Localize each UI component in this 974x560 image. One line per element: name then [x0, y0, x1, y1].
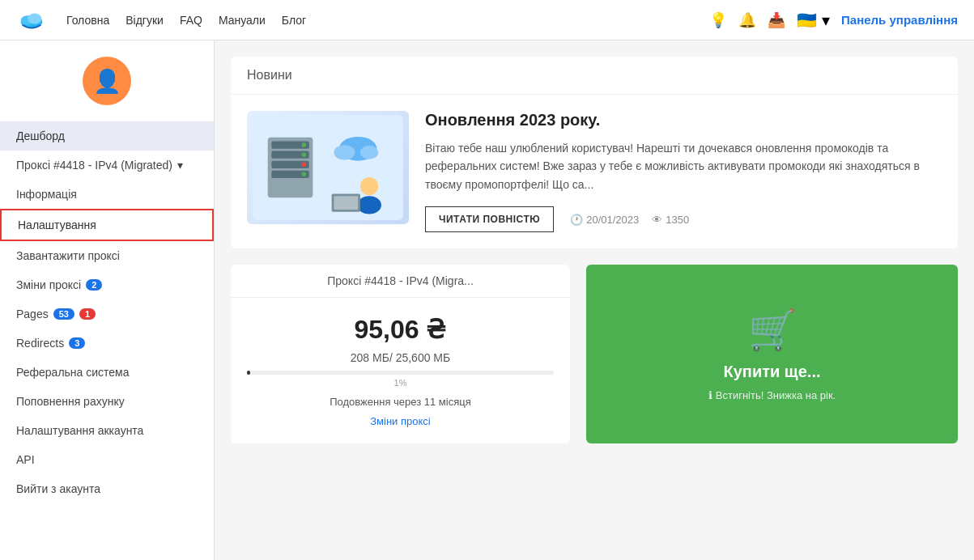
sidebar-item-info[interactable]: Інформація — [0, 180, 214, 209]
news-header: Новини — [231, 57, 958, 95]
sidebar-item-change[interactable]: Зміни проксі 2 — [0, 270, 214, 299]
change-label: Зміни проксі — [16, 278, 81, 291]
buy-note-text: Встигніть! Знижка на рік. — [716, 389, 836, 401]
read-more-button[interactable]: ЧИТАТИ ПОВНІСТЮ — [425, 206, 554, 232]
buy-note: ℹ Встигніть! Знижка на рік. — [708, 389, 836, 401]
sidebar-item-download[interactable]: Завантажити проксі — [0, 241, 214, 270]
proxy-card: Проксі #4418 - IPv4 (Migra... 95,06 ₴ 20… — [231, 265, 570, 443]
news-illustration — [247, 111, 409, 224]
sidebar-item-pages[interactable]: Pages 53 1 — [0, 299, 214, 329]
bottom-row: Проксі #4418 - IPv4 (Migra... 95,06 ₴ 20… — [231, 265, 958, 443]
svg-point-11 — [302, 163, 307, 168]
dashboard-label: Дешборд — [16, 129, 65, 142]
sidebar: 👤 Дешборд Проксі #4418 - IPv4 (Migrated)… — [0, 40, 215, 560]
news-card-title: Оновлення 2023 року. — [425, 111, 942, 129]
cart-icon: 🛒 — [748, 308, 797, 353]
sidebar-item-settings[interactable]: Налаштування — [0, 209, 214, 241]
news-meta: 🕐 20/01/2023 👁 1350 — [570, 214, 689, 226]
logo[interactable] — [16, 5, 47, 36]
change-badge: 2 — [86, 279, 102, 291]
panel-link[interactable]: Панель управління — [841, 13, 958, 27]
nav-home[interactable]: Головна — [66, 14, 109, 27]
clock-icon: 🕐 — [570, 214, 583, 226]
logout-label: Вийти з акаунта — [16, 482, 100, 495]
nav-right-section: 💡 🔔 📥 🇺🇦 ▾ Панель управління — [709, 11, 958, 30]
bell-icon[interactable]: 🔔 — [738, 11, 756, 29]
news-views: 👁 1350 — [652, 214, 689, 226]
sidebar-item-redirects[interactable]: Redirects 3 — [0, 329, 214, 358]
svg-point-16 — [360, 177, 378, 195]
proxy-card-title: Проксі #4418 - IPv4 (Migra... — [327, 274, 474, 287]
sidebar-item-account-settings[interactable]: Налаштування аккаунта — [0, 416, 214, 445]
redirects-badge: 3 — [69, 337, 85, 349]
news-section: Новини — [231, 57, 958, 248]
nav-faq[interactable]: FAQ — [180, 14, 202, 27]
settings-label: Налаштування — [18, 218, 96, 231]
nav-reviews[interactable]: Відгуки — [125, 14, 164, 27]
sidebar-avatar-section: 👤 — [0, 57, 214, 105]
svg-point-10 — [302, 152, 307, 157]
sidebar-item-proxy[interactable]: Проксі #4418 - IPv4 (Migrated) ▾ — [0, 151, 214, 180]
eye-icon: 👁 — [652, 214, 662, 226]
svg-point-2 — [28, 13, 41, 23]
download-label: Завантажити проксі — [16, 249, 120, 262]
svg-point-9 — [302, 142, 307, 147]
traffic-progress-bar — [247, 371, 554, 375]
proxy-card-header: Проксі #4418 - IPv4 (Migra... — [231, 265, 570, 298]
page-layout: 👤 Дешборд Проксі #4418 - IPv4 (Migrated)… — [0, 40, 974, 560]
news-card-text: Вітаю тебе наш улюблений користувач! Нар… — [425, 139, 942, 193]
pages-badge-red: 1 — [79, 308, 96, 320]
sidebar-item-api[interactable]: API — [0, 445, 214, 474]
news-title-label: Новини — [247, 68, 292, 82]
pages-label: Pages — [16, 308, 49, 320]
svg-point-17 — [357, 196, 381, 214]
account-settings-label: Налаштування аккаунта — [16, 424, 143, 437]
redirects-label: Redirects — [16, 337, 64, 350]
progress-bar-fill — [247, 371, 250, 375]
nav-manuals[interactable]: Мануали — [219, 14, 266, 27]
proxy-label: Проксі #4418 - IPv4 (Migrated) — [16, 159, 172, 172]
buy-title: Купити ще... — [723, 363, 820, 381]
top-navigation: Головна Відгуки FAQ Мануали Блог 💡 🔔 📥 🇺… — [0, 0, 974, 40]
sidebar-item-balance[interactable]: Поповнення рахунку — [0, 387, 214, 416]
chevron-down-icon: ▾ — [177, 159, 183, 172]
sidebar-item-logout[interactable]: Вийти з акаунта — [0, 474, 214, 503]
news-card: Оновлення 2023 року. Вітаю тебе наш улюб… — [231, 95, 958, 248]
proxy-change-link[interactable]: Зміни проксі — [370, 415, 430, 427]
sidebar-menu: Дешборд Проксі #4418 - IPv4 (Migrated) ▾… — [0, 121, 214, 503]
main-content: Новини — [215, 40, 974, 560]
svg-point-15 — [360, 146, 378, 159]
traffic-total: 25,600 МБ — [396, 351, 451, 364]
traffic-used: 208 МБ — [351, 351, 389, 364]
news-content: Оновлення 2023 року. Вітаю тебе наш улюб… — [425, 111, 942, 232]
svg-point-12 — [302, 172, 307, 177]
info-label: Інформація — [16, 188, 77, 201]
sidebar-item-referral[interactable]: Реферальна система — [0, 358, 214, 387]
svg-point-14 — [334, 145, 355, 160]
nav-links: Головна Відгуки FAQ Мануали Блог — [66, 14, 306, 27]
proxy-extend-text: Подовження через 11 місяця — [247, 396, 554, 408]
proxy-card-body: 95,06 ₴ 208 МБ/ 25,600 МБ 1% Подовження … — [231, 298, 570, 443]
api-label: API — [16, 453, 35, 466]
balance-label: Поповнення рахунку — [16, 395, 125, 408]
info-icon: ℹ — [708, 389, 712, 401]
nav-blog[interactable]: Блог — [282, 14, 306, 27]
progress-label: 1% — [247, 378, 554, 388]
svg-rect-19 — [334, 196, 358, 210]
news-card-footer: ЧИТАТИ ПОВНІСТЮ 🕐 20/01/2023 👁 1350 — [425, 206, 942, 232]
download-icon[interactable]: 📥 — [768, 11, 785, 29]
news-date: 🕐 20/01/2023 — [570, 214, 639, 226]
language-selector[interactable]: 🇺🇦 ▾ — [797, 11, 830, 30]
proxy-price: 95,06 ₴ — [247, 314, 554, 345]
pages-badge: 53 — [53, 308, 74, 320]
proxy-traffic: 208 МБ/ 25,600 МБ — [247, 351, 554, 364]
sidebar-item-dashboard[interactable]: Дешборд — [0, 121, 214, 151]
lightbulb-icon[interactable]: 💡 — [709, 11, 727, 29]
buy-card[interactable]: 🛒 Купити ще... ℹ Встигніть! Знижка на рі… — [586, 265, 958, 443]
referral-label: Реферальна система — [16, 366, 130, 379]
avatar: 👤 — [83, 57, 131, 105]
